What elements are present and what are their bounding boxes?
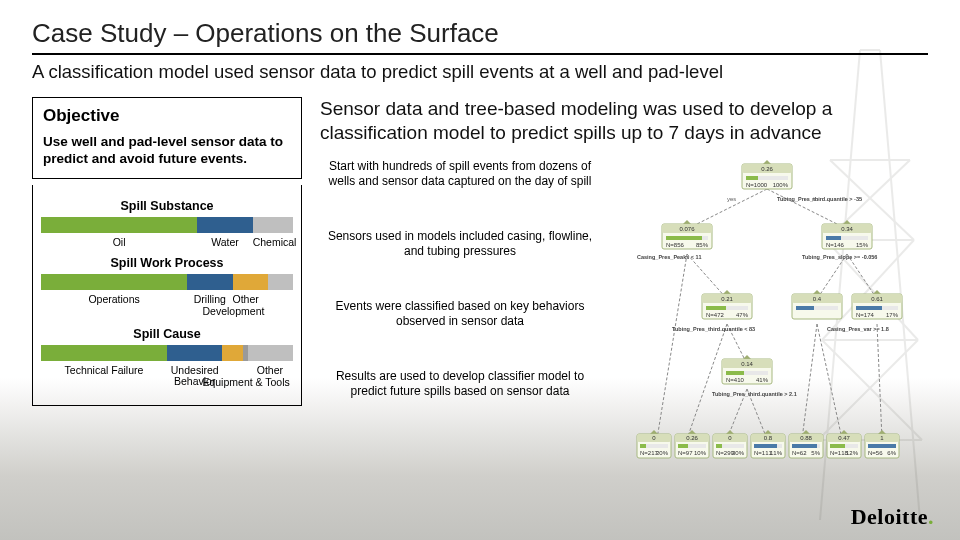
svg-text:yes: yes — [727, 196, 736, 202]
svg-marker-102 — [840, 430, 848, 434]
svg-text:0.47: 0.47 — [838, 435, 850, 441]
svg-rect-75 — [678, 444, 688, 448]
svg-text:Tubing_Pres_third.quantile > -: Tubing_Pres_third.quantile > -35 — [777, 196, 862, 202]
svg-text:12%: 12% — [846, 450, 859, 456]
svg-rect-91 — [754, 444, 777, 448]
svg-text:N=146: N=146 — [826, 242, 845, 248]
svg-text:no: no — [812, 196, 819, 202]
objective-heading: Objective — [43, 106, 291, 126]
svg-text:6%: 6% — [887, 450, 896, 456]
chart-labels-cause: Technical Failure Undesired Behavior Oth… — [41, 365, 293, 387]
svg-rect-43 — [856, 306, 882, 310]
svg-marker-29 — [723, 290, 731, 294]
svg-rect-67 — [640, 444, 646, 448]
svg-text:0.076: 0.076 — [679, 226, 695, 232]
chart-title-process: Spill Work Process — [41, 256, 293, 270]
svg-text:0.21: 0.21 — [721, 296, 733, 302]
svg-text:N=1000: N=1000 — [746, 182, 768, 188]
svg-text:N=97: N=97 — [678, 450, 693, 456]
svg-marker-110 — [878, 430, 886, 434]
svg-rect-25 — [826, 236, 841, 240]
charts-box: Spill Substance Oil Water Chemical Spill… — [32, 185, 302, 406]
title-rule — [32, 53, 928, 55]
svg-text:41%: 41% — [756, 377, 769, 383]
svg-text:N=472: N=472 — [706, 312, 725, 318]
svg-text:Tubing_Pres_slope >= -0.056: Tubing_Pres_slope >= -0.056 — [802, 254, 877, 260]
svg-rect-83 — [716, 444, 722, 448]
svg-text:0.26: 0.26 — [761, 166, 773, 172]
deloitte-logo: Deloitte. — [851, 504, 934, 530]
svg-text:0.14: 0.14 — [741, 361, 753, 367]
svg-text:100%: 100% — [773, 182, 789, 188]
chart-title-cause: Spill Cause — [41, 327, 293, 341]
svg-marker-78 — [726, 430, 734, 434]
svg-text:20%: 20% — [656, 450, 669, 456]
chart-bar-cause — [41, 345, 293, 361]
svg-rect-34 — [706, 306, 726, 310]
chart-bar-substance — [41, 217, 293, 233]
svg-text:N=174: N=174 — [856, 312, 875, 318]
chart-bar-process — [41, 274, 293, 290]
right-headline: Sensor data and tree-based modeling was … — [320, 97, 928, 145]
svg-marker-0 — [763, 160, 771, 164]
svg-marker-20 — [843, 220, 851, 224]
step-3: Events were classified based on key beha… — [320, 299, 600, 329]
svg-marker-70 — [688, 430, 696, 434]
slide-title: Case Study – Operations on the Surface — [32, 18, 928, 49]
svg-rect-107 — [830, 444, 845, 448]
svg-rect-16 — [666, 236, 702, 240]
svg-marker-47 — [813, 290, 821, 294]
svg-text:0.88: 0.88 — [800, 435, 812, 441]
svg-text:0.26: 0.26 — [686, 435, 698, 441]
svg-text:N=410: N=410 — [726, 377, 745, 383]
step-1: Start with hundreds of spill events from… — [320, 159, 600, 189]
svg-rect-115 — [868, 444, 896, 448]
slide-subtitle: A classification model used sensor data … — [32, 61, 928, 83]
svg-text:30%: 30% — [732, 450, 745, 456]
svg-marker-62 — [650, 430, 658, 434]
objective-box: Objective Use well and pad-level sensor … — [32, 97, 302, 179]
svg-text:15%: 15% — [856, 242, 869, 248]
svg-text:17%: 17% — [886, 312, 899, 318]
svg-marker-86 — [764, 430, 772, 434]
svg-text:85%: 85% — [696, 242, 709, 248]
svg-rect-99 — [792, 444, 817, 448]
decision-tree-diagram: 0.26 N=1000 100% Tubing_Pres_third.quant… — [606, 159, 928, 483]
svg-text:0.61: 0.61 — [871, 296, 883, 302]
svg-text:Casing_Pres_Peaks < 11: Casing_Pres_Peaks < 11 — [637, 254, 702, 260]
svg-text:47%: 47% — [736, 312, 749, 318]
svg-rect-5 — [746, 176, 758, 180]
svg-marker-53 — [743, 355, 751, 359]
svg-marker-11 — [683, 220, 691, 224]
svg-text:10%: 10% — [694, 450, 707, 456]
chart-labels-process: Operations Drilling Other Development — [41, 294, 293, 305]
svg-text:Tubing_Pres_third.quantile < 8: Tubing_Pres_third.quantile < 83 — [672, 326, 755, 332]
svg-text:N=62: N=62 — [792, 450, 807, 456]
svg-text:11%: 11% — [770, 450, 783, 456]
svg-text:0.34: 0.34 — [841, 226, 853, 232]
step-2: Sensors used in models included casing, … — [320, 229, 600, 259]
svg-rect-52 — [796, 306, 814, 310]
svg-marker-38 — [873, 290, 881, 294]
svg-text:N=856: N=856 — [666, 242, 685, 248]
svg-text:5%: 5% — [811, 450, 820, 456]
chart-title-substance: Spill Substance — [41, 199, 293, 213]
svg-text:0.4: 0.4 — [813, 296, 822, 302]
svg-text:Tubing_Pres_third.quantile > 2: Tubing_Pres_third.quantile > 2.1 — [712, 391, 797, 397]
svg-text:0.8: 0.8 — [764, 435, 773, 441]
svg-rect-58 — [726, 371, 744, 375]
svg-text:N=56: N=56 — [868, 450, 883, 456]
svg-text:Casing_Pres_var >= 1.8: Casing_Pres_var >= 1.8 — [827, 326, 889, 332]
objective-body: Use well and pad-level sensor data to pr… — [43, 134, 291, 168]
chart-labels-substance: Oil Water Chemical — [41, 237, 293, 248]
step-4: Results are used to develop classifier m… — [320, 369, 600, 399]
